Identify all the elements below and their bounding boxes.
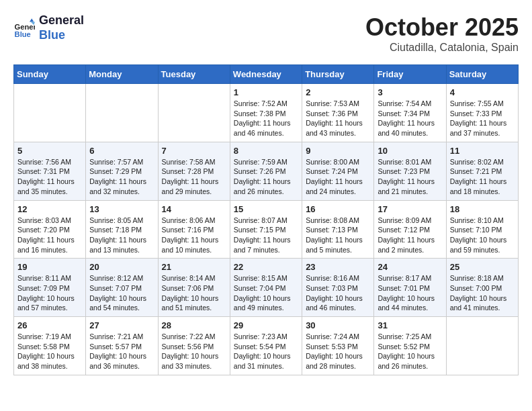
calendar-cell xyxy=(14,84,86,142)
weekday-header-sunday: Sunday xyxy=(14,65,86,84)
weekday-header-saturday: Saturday xyxy=(446,65,518,84)
weekday-header-wednesday: Wednesday xyxy=(230,65,302,84)
weekday-header-friday: Friday xyxy=(374,65,446,84)
calendar-cell: 27Sunrise: 7:21 AM Sunset: 5:57 PM Dayli… xyxy=(86,317,158,375)
day-number: 22 xyxy=(234,262,298,272)
day-info: Sunrise: 8:14 AM Sunset: 7:06 PM Dayligh… xyxy=(162,273,226,313)
day-number: 7 xyxy=(162,146,226,156)
day-info: Sunrise: 8:01 AM Sunset: 7:23 PM Dayligh… xyxy=(378,157,442,197)
day-info: Sunrise: 7:58 AM Sunset: 7:28 PM Dayligh… xyxy=(162,157,226,197)
calendar-cell: 4Sunrise: 7:55 AM Sunset: 7:33 PM Daylig… xyxy=(446,84,518,142)
day-number: 4 xyxy=(450,87,515,97)
day-info: Sunrise: 7:25 AM Sunset: 5:52 PM Dayligh… xyxy=(378,332,442,371)
day-info: Sunrise: 7:21 AM Sunset: 5:57 PM Dayligh… xyxy=(89,332,154,371)
calendar-cell: 30Sunrise: 7:24 AM Sunset: 5:53 PM Dayli… xyxy=(302,317,374,375)
calendar-cell: 3Sunrise: 7:54 AM Sunset: 7:34 PM Daylig… xyxy=(374,84,446,142)
day-info: Sunrise: 7:55 AM Sunset: 7:33 PM Dayligh… xyxy=(450,99,515,138)
day-info: Sunrise: 8:02 AM Sunset: 7:21 PM Dayligh… xyxy=(450,157,515,197)
calendar-cell: 2Sunrise: 7:53 AM Sunset: 7:36 PM Daylig… xyxy=(302,84,374,142)
day-info: Sunrise: 8:16 AM Sunset: 7:03 PM Dayligh… xyxy=(306,273,370,313)
day-info: Sunrise: 8:03 AM Sunset: 7:20 PM Dayligh… xyxy=(17,216,82,255)
title-block: October 2025 Ciutadilla, Catalonia, Spai… xyxy=(365,13,519,54)
page-header: General Blue General Blue October 2025 C… xyxy=(13,13,519,54)
day-info: Sunrise: 7:23 AM Sunset: 5:54 PM Dayligh… xyxy=(234,332,298,371)
calendar-cell xyxy=(446,317,518,375)
day-number: 14 xyxy=(162,204,226,214)
day-number: 9 xyxy=(306,146,370,156)
day-number: 2 xyxy=(306,87,370,97)
logo: General Blue General Blue xyxy=(13,13,84,42)
day-number: 30 xyxy=(306,320,370,330)
logo-line1: General xyxy=(39,13,84,28)
weekday-header-tuesday: Tuesday xyxy=(158,65,230,84)
calendar-cell: 25Sunrise: 8:18 AM Sunset: 7:00 PM Dayli… xyxy=(446,259,518,317)
day-info: Sunrise: 7:57 AM Sunset: 7:29 PM Dayligh… xyxy=(89,157,154,197)
day-number: 18 xyxy=(450,204,515,214)
day-number: 29 xyxy=(234,320,298,330)
calendar-cell: 8Sunrise: 7:59 AM Sunset: 7:26 PM Daylig… xyxy=(230,142,302,200)
calendar-cell: 19Sunrise: 8:11 AM Sunset: 7:09 PM Dayli… xyxy=(14,259,86,317)
calendar-week-row: 26Sunrise: 7:19 AM Sunset: 5:58 PM Dayli… xyxy=(14,317,519,375)
day-info: Sunrise: 8:05 AM Sunset: 7:18 PM Dayligh… xyxy=(89,216,154,255)
calendar-cell: 24Sunrise: 8:17 AM Sunset: 7:01 PM Dayli… xyxy=(374,259,446,317)
day-info: Sunrise: 8:17 AM Sunset: 7:01 PM Dayligh… xyxy=(378,273,442,313)
logo-icon: General Blue xyxy=(13,17,35,39)
day-number: 12 xyxy=(17,204,82,214)
day-number: 17 xyxy=(378,204,442,214)
svg-text:Blue: Blue xyxy=(15,30,31,38)
calendar-cell: 28Sunrise: 7:22 AM Sunset: 5:56 PM Dayli… xyxy=(158,317,230,375)
day-info: Sunrise: 7:52 AM Sunset: 7:38 PM Dayligh… xyxy=(234,99,298,138)
day-number: 16 xyxy=(306,204,370,214)
calendar-cell: 20Sunrise: 8:12 AM Sunset: 7:07 PM Dayli… xyxy=(86,259,158,317)
calendar-cell: 26Sunrise: 7:19 AM Sunset: 5:58 PM Dayli… xyxy=(14,317,86,375)
calendar-cell: 14Sunrise: 8:06 AM Sunset: 7:16 PM Dayli… xyxy=(158,200,230,259)
month-title: October 2025 xyxy=(365,13,519,42)
day-info: Sunrise: 7:22 AM Sunset: 5:56 PM Dayligh… xyxy=(162,332,226,371)
day-info: Sunrise: 8:00 AM Sunset: 7:24 PM Dayligh… xyxy=(306,157,370,197)
day-info: Sunrise: 7:53 AM Sunset: 7:36 PM Dayligh… xyxy=(306,99,370,138)
day-info: Sunrise: 8:18 AM Sunset: 7:00 PM Dayligh… xyxy=(450,273,515,313)
day-info: Sunrise: 8:15 AM Sunset: 7:04 PM Dayligh… xyxy=(234,273,298,313)
day-info: Sunrise: 7:56 AM Sunset: 7:31 PM Dayligh… xyxy=(17,157,82,197)
logo-line2: Blue xyxy=(39,28,84,43)
calendar-cell: 29Sunrise: 7:23 AM Sunset: 5:54 PM Dayli… xyxy=(230,317,302,375)
calendar-cell: 5Sunrise: 7:56 AM Sunset: 7:31 PM Daylig… xyxy=(14,142,86,200)
day-number: 19 xyxy=(17,262,82,272)
day-info: Sunrise: 8:07 AM Sunset: 7:15 PM Dayligh… xyxy=(234,216,298,255)
day-info: Sunrise: 8:08 AM Sunset: 7:13 PM Dayligh… xyxy=(306,216,370,255)
day-number: 20 xyxy=(89,262,154,272)
calendar-cell: 23Sunrise: 8:16 AM Sunset: 7:03 PM Dayli… xyxy=(302,259,374,317)
calendar-cell: 6Sunrise: 7:57 AM Sunset: 7:29 PM Daylig… xyxy=(86,142,158,200)
day-number: 23 xyxy=(306,262,370,272)
weekday-header-row: SundayMondayTuesdayWednesdayThursdayFrid… xyxy=(14,65,519,84)
weekday-header-thursday: Thursday xyxy=(302,65,374,84)
day-info: Sunrise: 7:54 AM Sunset: 7:34 PM Dayligh… xyxy=(378,99,442,138)
day-number: 6 xyxy=(89,146,154,156)
svg-marker-2 xyxy=(30,18,34,21)
day-number: 8 xyxy=(234,146,298,156)
calendar-week-row: 19Sunrise: 8:11 AM Sunset: 7:09 PM Dayli… xyxy=(14,259,519,317)
calendar-cell: 31Sunrise: 7:25 AM Sunset: 5:52 PM Dayli… xyxy=(374,317,446,375)
calendar-cell: 18Sunrise: 8:10 AM Sunset: 7:10 PM Dayli… xyxy=(446,200,518,259)
day-info: Sunrise: 8:10 AM Sunset: 7:10 PM Dayligh… xyxy=(450,216,515,255)
calendar-cell: 9Sunrise: 8:00 AM Sunset: 7:24 PM Daylig… xyxy=(302,142,374,200)
calendar-cell: 7Sunrise: 7:58 AM Sunset: 7:28 PM Daylig… xyxy=(158,142,230,200)
day-number: 3 xyxy=(378,87,442,97)
day-number: 21 xyxy=(162,262,226,272)
day-info: Sunrise: 7:24 AM Sunset: 5:53 PM Dayligh… xyxy=(306,332,370,371)
day-info: Sunrise: 8:12 AM Sunset: 7:07 PM Dayligh… xyxy=(89,273,154,313)
calendar-cell: 16Sunrise: 8:08 AM Sunset: 7:13 PM Dayli… xyxy=(302,200,374,259)
svg-text:General: General xyxy=(15,22,35,30)
day-number: 10 xyxy=(378,146,442,156)
day-info: Sunrise: 8:11 AM Sunset: 7:09 PM Dayligh… xyxy=(17,273,82,313)
day-info: Sunrise: 7:59 AM Sunset: 7:26 PM Dayligh… xyxy=(234,157,298,197)
calendar-table: SundayMondayTuesdayWednesdayThursdayFrid… xyxy=(13,64,519,375)
day-number: 5 xyxy=(17,146,82,156)
day-info: Sunrise: 8:09 AM Sunset: 7:12 PM Dayligh… xyxy=(378,216,442,255)
day-number: 13 xyxy=(89,204,154,214)
calendar-cell xyxy=(86,84,158,142)
calendar-week-row: 1Sunrise: 7:52 AM Sunset: 7:38 PM Daylig… xyxy=(14,84,519,142)
day-number: 31 xyxy=(378,320,442,330)
calendar-cell xyxy=(158,84,230,142)
calendar-cell: 11Sunrise: 8:02 AM Sunset: 7:21 PM Dayli… xyxy=(446,142,518,200)
